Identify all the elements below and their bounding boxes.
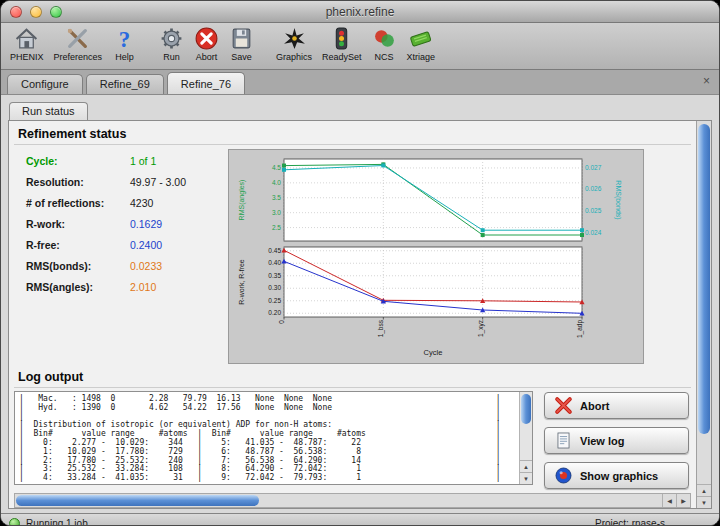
log-text: | Mac. : 1498 0 2.28 79.79 16.13 None No… bbox=[15, 392, 519, 484]
xtriage-icon bbox=[408, 26, 433, 51]
window-title: phenix.refine bbox=[1, 5, 719, 19]
toolbar-button-xtriage[interactable]: Xtriage bbox=[402, 25, 441, 63]
scroll-up-arrow[interactable]: ▲ bbox=[520, 460, 532, 472]
toolbar-button-save[interactable]: Save bbox=[224, 25, 259, 63]
scroll-down-arrow[interactable]: ▼ bbox=[697, 496, 711, 508]
close-window-button[interactable] bbox=[10, 6, 22, 18]
toolbar-button-label: Help bbox=[115, 52, 134, 62]
toolbar-button-label: Abort bbox=[196, 52, 218, 62]
toolbar-button-help[interactable]: ?Help bbox=[107, 25, 142, 63]
toolbar-button-label: Save bbox=[231, 52, 252, 62]
toolbar-button-preferences[interactable]: Preferences bbox=[49, 25, 108, 63]
save-icon bbox=[229, 26, 254, 51]
stat-value: 0.0233 bbox=[130, 260, 162, 272]
stat-value: 2.010 bbox=[130, 281, 156, 293]
svg-text:4.0: 4.0 bbox=[272, 179, 281, 186]
content-area: Run status Refinement status Cycle:1 of … bbox=[1, 95, 719, 513]
run-status-panel: Refinement status Cycle:1 of 1Resolution… bbox=[8, 120, 712, 509]
tab-configure[interactable]: Configure bbox=[7, 74, 83, 94]
abort-action-icon bbox=[554, 396, 573, 415]
log-output-box[interactable]: | Mac. : 1498 0 2.28 79.79 16.13 None No… bbox=[14, 391, 533, 485]
abort-button[interactable]: Abort bbox=[544, 392, 689, 419]
svg-text:0.024: 0.024 bbox=[585, 229, 602, 236]
stat-label: R-free: bbox=[26, 239, 130, 251]
tab-close-button[interactable]: × bbox=[703, 75, 710, 87]
svg-text:3.5: 3.5 bbox=[272, 194, 281, 201]
refinement-chart: 2.53.03.54.04.50.0240.0250.0260.027RMS(b… bbox=[230, 151, 642, 362]
toolbar-button-label: Run bbox=[163, 52, 180, 62]
refinement-chart-figure: 2.53.03.54.04.50.0240.0250.0260.027RMS(b… bbox=[228, 149, 644, 364]
svg-text:1_xyz: 1_xyz bbox=[477, 320, 485, 337]
toolbar-button-graphics[interactable]: Graphics bbox=[271, 25, 317, 63]
main-vertical-scrollbar[interactable]: ▲ ▼ bbox=[696, 121, 711, 508]
tab-refine_76[interactable]: Refine_76 bbox=[167, 72, 245, 94]
view-log-button[interactable]: View log bbox=[544, 427, 689, 454]
refinement-stats: Cycle:1 of 1Resolution:49.97 - 3.00# of … bbox=[16, 149, 220, 364]
svg-text:1_bss: 1_bss bbox=[377, 319, 385, 337]
svg-text:RMS(angles): RMS(angles) bbox=[238, 180, 246, 221]
toolbar-button-run[interactable]: Run bbox=[154, 25, 189, 63]
tabs: ConfigureRefine_69Refine_76 bbox=[7, 72, 245, 94]
log-row: | Mac. : 1498 0 2.28 79.79 16.13 None No… bbox=[14, 391, 691, 489]
toolbar-button-label: Graphics bbox=[276, 52, 312, 62]
toolbar-button-phenix[interactable]: PHENIX bbox=[5, 25, 49, 63]
ncs-icon bbox=[372, 26, 397, 51]
svg-text:RMS(bonds): RMS(bonds) bbox=[614, 180, 622, 219]
toolbar-button-label: PHENIX bbox=[10, 52, 44, 62]
horizontal-scroll-arrows: ◀ ▶ bbox=[662, 494, 690, 507]
show-graphics-button[interactable]: Show graphics bbox=[544, 462, 689, 489]
toolbar: PHENIXPreferences?HelpRunAbortSaveGraphi… bbox=[1, 23, 719, 70]
stat-value: 49.97 - 3.00 bbox=[130, 176, 186, 188]
stat-row: R-free:0.2400 bbox=[26, 239, 220, 251]
log-output-heading: Log output bbox=[14, 366, 691, 388]
stat-value: 4230 bbox=[130, 197, 153, 209]
stat-value: 0.2400 bbox=[130, 239, 162, 251]
svg-text:0.025: 0.025 bbox=[585, 207, 602, 214]
stat-label: R-work: bbox=[26, 218, 130, 230]
view-log-icon bbox=[554, 431, 573, 450]
tab-bar: ConfigureRefine_69Refine_76 × bbox=[1, 70, 719, 95]
toolbar-button-label: NCS bbox=[375, 52, 394, 62]
log-vertical-scrollbar[interactable]: ▲ ▼ bbox=[519, 392, 532, 484]
subtab-row: Run status bbox=[8, 99, 712, 120]
main-scrollbar-thumb[interactable] bbox=[698, 124, 710, 434]
toolbar-button-abort[interactable]: Abort bbox=[189, 25, 224, 63]
stat-row: RMS(angles):2.010 bbox=[26, 281, 220, 293]
svg-text:0.25: 0.25 bbox=[268, 297, 281, 304]
help-icon: ? bbox=[112, 26, 137, 51]
main-scroll-arrows: ▲ ▼ bbox=[697, 484, 711, 508]
action-button-label: View log bbox=[580, 435, 624, 447]
log-scrollbar-thumb[interactable] bbox=[521, 394, 531, 424]
horizontal-scrollbar[interactable]: ◀ ▶ bbox=[14, 493, 691, 508]
refinement-status-section: Cycle:1 of 1Resolution:49.97 - 3.00# of … bbox=[14, 145, 691, 366]
stat-label: # of reflections: bbox=[26, 197, 130, 209]
action-buttons: AbortView logShow graphics bbox=[533, 391, 691, 489]
svg-text:0.027: 0.027 bbox=[585, 164, 602, 171]
graphics-icon bbox=[282, 26, 307, 51]
scroll-left-arrow[interactable]: ◀ bbox=[662, 494, 676, 507]
scroll-down-arrow[interactable]: ▼ bbox=[520, 472, 532, 484]
svg-text:0: 0 bbox=[278, 320, 285, 324]
toolbar-button-ncs[interactable]: NCS bbox=[367, 25, 402, 63]
stat-value: 1 of 1 bbox=[130, 155, 156, 167]
svg-text:0.45: 0.45 bbox=[268, 247, 281, 254]
scroll-right-arrow[interactable]: ▶ bbox=[676, 494, 690, 507]
tab-refine_69[interactable]: Refine_69 bbox=[86, 74, 164, 94]
tab-run-status[interactable]: Run status bbox=[9, 102, 88, 120]
svg-text:3.0: 3.0 bbox=[272, 209, 281, 216]
app-window: phenix.refine PHENIXPreferences?HelpRunA… bbox=[0, 0, 720, 526]
scroll-up-arrow[interactable]: ▲ bbox=[697, 484, 711, 496]
minimize-window-button[interactable] bbox=[30, 6, 42, 18]
run-status-content: Refinement status Cycle:1 of 1Resolution… bbox=[9, 121, 696, 508]
toolbar-button-readyset[interactable]: ReadySet bbox=[317, 25, 367, 63]
svg-text:2.5: 2.5 bbox=[272, 224, 281, 231]
show-graphics-icon bbox=[554, 466, 573, 485]
stat-label: Resolution: bbox=[26, 176, 130, 188]
abort-icon bbox=[194, 26, 219, 51]
zoom-window-button[interactable] bbox=[50, 6, 62, 18]
action-button-label: Abort bbox=[580, 400, 609, 412]
svg-text:0.35: 0.35 bbox=[268, 272, 281, 279]
horizontal-scrollbar-thumb[interactable] bbox=[16, 495, 259, 506]
preferences-icon bbox=[65, 26, 90, 51]
svg-text:1_adp: 1_adp bbox=[576, 320, 584, 338]
